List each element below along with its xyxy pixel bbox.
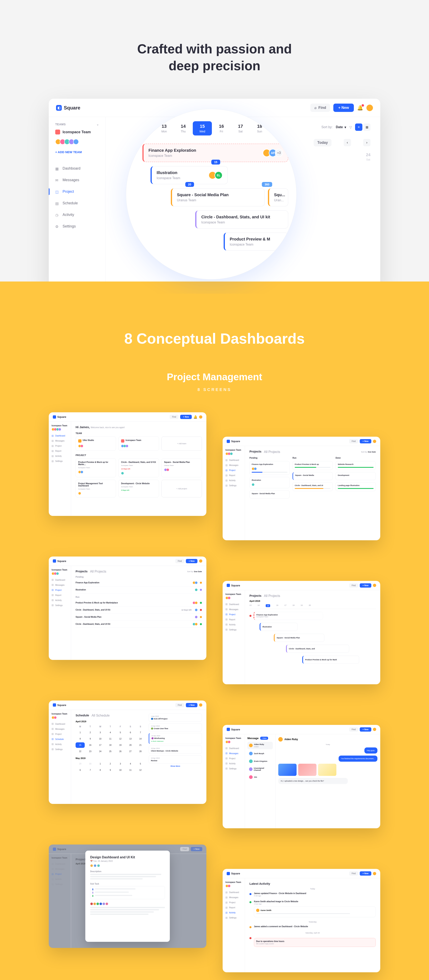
today-button[interactable]: Today [314, 139, 332, 146]
event-card[interactable]: 14 Apr 2019🟢 Create User flow [149, 723, 202, 732]
task-card[interactable]: Square - Social Media Plan Uranus Team [171, 188, 265, 206]
hero-section: Crafted with passion and deep precision … [0, 0, 429, 294]
kanban-card[interactable]: Finance App Exploration [249, 461, 290, 475]
nav-schedule[interactable]: ▤Schedule [49, 197, 105, 209]
task-card[interactable]: Circle - Dashboard, Stats, and UI kit Ic… [195, 210, 288, 229]
avatar[interactable] [199, 415, 202, 418]
teams-section-label: TEAMS ⌄ [55, 123, 99, 126]
nav-dashboard[interactable]: Dashboard [52, 433, 68, 438]
magnified-lens: 13Mon 14Thu 15Wed 16Fri 17Sat 18Sun 19Mo… [126, 109, 297, 280]
contact-item[interactable]: Zack Murph [248, 750, 273, 757]
list-row[interactable]: Square - Social Media Plan [76, 614, 202, 621]
grid-view-button[interactable]: ⊞ [363, 124, 370, 131]
nav-list: ▦Dashboard ✉Messages ◫Project ▤Schedule … [49, 163, 105, 232]
event-card[interactable]: 18 Apr 2019Client Meetups - Circle Websi… [149, 746, 202, 754]
project-card[interactable]: Project Management Tool DashboardIconspa… [76, 480, 116, 497]
add-project-card[interactable]: + Add project [162, 480, 202, 497]
shot-logo: Square [53, 415, 66, 418]
team-item[interactable]: Iconspace Team [55, 126, 99, 138]
task-team: Uranus Team [177, 199, 260, 202]
add-team-card[interactable]: + Add team [162, 436, 202, 451]
shot-sidebar: Iconspace Team Dashboard Messages Projec… [49, 422, 71, 516]
day-cell[interactable]: 14Thu [174, 121, 193, 135]
user-avatar[interactable] [367, 105, 373, 111]
new-button[interactable]: + New [180, 415, 192, 419]
contact-item[interactable]: Erwin Kingston [248, 758, 273, 765]
kanban-card[interactable]: Illustration [249, 477, 290, 488]
logo-icon: ◧ [56, 105, 62, 111]
nav-activity[interactable]: Activity [52, 453, 68, 459]
main-content: Sort by: Date ▾ ▽ ≡ ⊞ Today ‹ › [106, 117, 380, 294]
gear-icon: ⚙ [55, 224, 59, 229]
notifications-button[interactable]: 🔔 [357, 105, 363, 111]
add-team-button[interactable]: + ADD NEW TEAM [55, 148, 99, 156]
show-more-link[interactable]: Show More [149, 765, 202, 767]
nav-messages[interactable]: ✉Messages [49, 174, 105, 186]
nav-project[interactable]: Project [52, 443, 68, 449]
list-row[interactable]: Illustration [76, 586, 202, 593]
contact-item[interactable]: Aiden RubyOnline [248, 742, 273, 749]
hero-title: Crafted with passion and deep precision [0, 41, 429, 74]
grid-icon: ▦ [55, 167, 59, 170]
contact-item[interactable]: Jim [248, 774, 273, 781]
prev-button[interactable]: ‹ [344, 139, 351, 146]
event-card[interactable]: 1 Apr 2019🔵 Kick Off Project [149, 714, 202, 722]
day-cell-active[interactable]: 15Wed [193, 121, 212, 135]
list-row[interactable]: Circle - Dashboard, Stats, and UI Kit12 … [76, 606, 202, 614]
filter-icon[interactable]: ▽ [350, 125, 352, 129]
screenshot-kanban: SquareFind+ New Iconspace Team Dashboard… [222, 437, 380, 540]
screenshot-gantt: SquareFind+ New Iconspace Team Dashboard… [222, 581, 380, 684]
project-card[interactable]: Circle - Dashboard, Stats, and UI KitIco… [118, 458, 159, 477]
nav-messages[interactable]: Messages [52, 438, 68, 443]
activity-item: James updated Finance - Circle Website i… [249, 892, 376, 897]
find-button[interactable]: ⌕ Find [310, 103, 330, 112]
list-row[interactable]: Circle - Dashboard, Stats, and UI Kit [76, 621, 202, 628]
day-cell[interactable]: 16Fri [212, 121, 231, 135]
kanban-card[interactable]: Circle - Dashboard, Stats, and UI [292, 482, 333, 491]
nav-project[interactable]: ◫Project [49, 186, 105, 197]
task-badge: 20 [185, 182, 194, 187]
kanban-card[interactable]: Development [335, 472, 376, 480]
kanban-card[interactable]: Landing page illustration [335, 482, 376, 491]
event-card[interactable]: 18 Apr 2019Review [149, 756, 202, 764]
nav-activity[interactable]: ◷Activity [49, 209, 105, 221]
app-logo[interactable]: ◧ Square [56, 105, 80, 111]
assignee-avatar[interactable]: EL [214, 171, 222, 179]
kanban-card[interactable]: Square - Social Media [292, 472, 333, 480]
task-card[interactable]: Illustration Iconspace Team EL 20 360 [151, 166, 228, 184]
kanban-card[interactable]: Square - Social Media Plan [249, 490, 290, 498]
project-card[interactable]: Development - Circle WebsiteIconspace Te… [118, 480, 159, 497]
nav-settings[interactable]: Settings [52, 459, 68, 464]
next-button[interactable]: › [363, 139, 370, 146]
find-button[interactable]: Find [170, 415, 178, 419]
list-row[interactable]: Product Preview & Mock up for Marketplac… [76, 599, 202, 606]
project-card[interactable]: Square - Social Media PlanUranus Team [162, 458, 202, 477]
list-row[interactable]: Finance App Exploration [76, 579, 202, 586]
bell-icon[interactable]: 🔔 [193, 415, 197, 419]
kanban-card[interactable]: Product Preview & Mock up [292, 461, 333, 470]
timeline-view-button[interactable]: ≡ [355, 124, 362, 131]
nav-settings[interactable]: ⚙Settings [49, 221, 105, 232]
task-title: Product Preview & M [230, 237, 283, 242]
event-card[interactable]: 14 Apr 2019🟣 Wireframing● Build database [149, 733, 202, 744]
nav-dashboard[interactable]: ▦Dashboard [49, 163, 105, 174]
chevron-down-icon[interactable]: ⌄ [97, 123, 99, 126]
day-cell[interactable]: 17Sat [231, 121, 250, 135]
new-button[interactable]: + New [333, 103, 354, 112]
chevron-down-icon: ▾ [345, 125, 346, 129]
task-card[interactable]: Product Preview & M Iconspace Team [224, 232, 288, 251]
task-card[interactable]: Squ... Uran... [268, 188, 288, 206]
team-card[interactable]: Uiko Studio [76, 436, 116, 451]
sort-value[interactable]: Date ▾ [336, 125, 346, 129]
more-assignees[interactable]: +3 [275, 149, 283, 157]
app-name: Square [64, 105, 80, 111]
team-card[interactable]: Iconspace Team [118, 436, 159, 451]
task-card[interactable]: Finance App Exploration Iconspace Team A… [142, 143, 288, 162]
project-card[interactable]: Product Preview & Mock up for Marke...Ic… [76, 458, 116, 477]
contact-item[interactable]: Unassigned Channel [248, 765, 273, 773]
kanban-card[interactable]: Website Research [335, 461, 376, 470]
task-title: Squ... [274, 192, 283, 197]
screenshot-messages: SquareFind+ New Iconspace Team Dashboard… [222, 725, 380, 828]
nav-report[interactable]: Report [52, 449, 68, 453]
member-avatar[interactable] [73, 139, 79, 145]
